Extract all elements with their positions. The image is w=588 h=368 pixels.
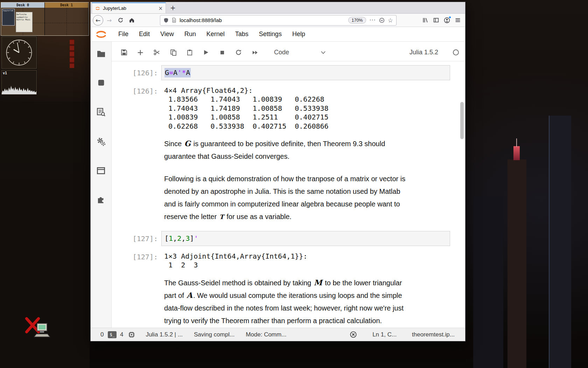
cell-type-select[interactable]: Code: [274, 49, 326, 56]
tab-close-icon[interactable]: ×: [158, 5, 163, 12]
code-token: ': [194, 234, 198, 243]
cell-output: 1×3 Adjoint{Int64,Array{Int64,1}}: 1 2 3: [161, 252, 307, 270]
cursor-position[interactable]: Ln 1, C...: [372, 331, 397, 338]
markdown-paragraph: Following is a quick demonstration of ho…: [164, 172, 445, 223]
mode-indicator[interactable]: Mode: Comm...: [246, 331, 286, 338]
copy-cells-button[interactable]: [170, 49, 177, 56]
page-info-icon[interactable]: [172, 18, 176, 23]
code-editor[interactable]: [1,2,3]': [161, 231, 450, 246]
url-text[interactable]: localhost:8889/lab: [180, 17, 222, 23]
terminal-icon[interactable]: $_: [108, 331, 116, 338]
wallpaper-building: [473, 196, 503, 368]
open-tabs-icon[interactable]: [97, 167, 105, 175]
menu-help[interactable]: Help: [287, 30, 310, 38]
kernels-count[interactable]: 4: [120, 331, 123, 338]
scrollbar-thumb[interactable]: [460, 102, 464, 139]
markdown-cell[interactable]: Since G is guaranteed to be positive def…: [112, 137, 465, 223]
sidebar-toggle-icon[interactable]: [433, 17, 439, 23]
monitor-label: v1: [3, 71, 7, 75]
forward-button[interactable]: →: [104, 15, 114, 26]
terminals-count[interactable]: 0: [100, 331, 104, 338]
code-token: =: [169, 68, 173, 77]
menu-tabs[interactable]: Tabs: [230, 30, 254, 38]
menu-hamburger-icon[interactable]: [455, 17, 461, 23]
math-symbol: G: [184, 139, 191, 148]
url-bar[interactable]: localhost:8889/lab 170% ··· ☆: [160, 15, 397, 26]
code-token: A: [186, 68, 190, 77]
command-palette-icon[interactable]: [97, 108, 105, 116]
run-button[interactable]: [203, 49, 209, 56]
page-actions-icon[interactable]: ···: [369, 17, 376, 23]
code-token: 1: [169, 234, 173, 243]
menu-settings[interactable]: Settings: [254, 30, 287, 38]
code-token: 2: [177, 234, 181, 243]
xkill-desktop-icon[interactable]: [24, 316, 51, 339]
chevron-down-icon: [321, 51, 326, 54]
notebook-filename: theoremtest.ip...: [412, 331, 455, 338]
add-cell-button[interactable]: [137, 49, 144, 56]
kernel-name[interactable]: Julia 1.5.2: [410, 49, 438, 56]
notification-dot: [449, 16, 451, 19]
pocket-icon[interactable]: [379, 18, 385, 23]
bookmark-star-icon[interactable]: ☆: [388, 17, 393, 24]
code-token: A: [173, 68, 177, 77]
pager-grid-line: [66, 8, 67, 35]
pager-grid-line: [45, 23, 88, 23]
markdown-paragraph: The Gauss-Seidel method is obtained by t…: [164, 277, 445, 327]
code-token: 3: [186, 234, 190, 243]
kernel-status-text[interactable]: Julia 1.5.2 | ...: [146, 331, 183, 338]
kernel-status-indicator[interactable]: [453, 49, 459, 55]
menu-file[interactable]: File: [113, 30, 134, 38]
output-prompt: [126]:: [112, 86, 158, 96]
pager-mini-window-notes[interactable]: Definite symmetric matrix Mozi: [16, 12, 33, 32]
new-tab-button[interactable]: +: [170, 5, 176, 11]
jupyter-favicon: [95, 6, 100, 11]
menu-edit[interactable]: Edit: [134, 30, 155, 38]
pager-desk-0-label: Desk 0: [1, 2, 44, 8]
navigation-bar: ← → localhost:8889/lab 170% ···: [91, 14, 465, 27]
pager-desk-1-label: Desk 1: [45, 2, 88, 8]
code-token: ,: [173, 234, 177, 243]
account-avatar-icon[interactable]: [444, 17, 450, 23]
interrupt-kernel-button[interactable]: [219, 49, 225, 56]
markdown-rendered: Since G is guaranteed to be positive def…: [161, 137, 445, 223]
desktop-pager: Desk 0 Jupyterlab Definite symmetric mat…: [1, 2, 89, 36]
pager-desk-0[interactable]: Desk 0 Jupyterlab Definite symmetric mat…: [1, 2, 45, 35]
restart-kernel-button[interactable]: [235, 49, 242, 56]
close-all-icon[interactable]: [350, 331, 357, 338]
tab-title: JupyterLab: [103, 6, 156, 11]
firefox-window: JupyterLab × + ← → l: [90, 2, 465, 341]
tracking-protection-shield-icon[interactable]: [163, 18, 169, 23]
clock-widget: [1, 36, 37, 69]
input-prompt: [126]:: [112, 65, 158, 77]
code-token: G: [165, 68, 169, 77]
cut-cells-button[interactable]: [153, 49, 160, 56]
zoom-level-badge[interactable]: 170%: [348, 17, 366, 23]
property-inspector-gears-icon[interactable]: [97, 137, 106, 146]
running-sessions-icon[interactable]: [97, 79, 105, 87]
back-button[interactable]: ←: [93, 15, 103, 26]
markdown-cell[interactable]: The Gauss-Seidel method is obtained by t…: [112, 277, 465, 327]
browser-tab-jupyterlab[interactable]: JupyterLab ×: [92, 2, 166, 13]
extension-manager-puzzle-icon[interactable]: [97, 195, 105, 204]
reload-button[interactable]: [115, 15, 126, 26]
library-icon[interactable]: [422, 17, 428, 23]
code-source: [1,2,3]': [164, 234, 198, 243]
math-symbol: A: [186, 291, 193, 300]
file-browser-icon[interactable]: [97, 50, 106, 58]
jupyter-logo: [95, 29, 107, 40]
kernel-chip-icon[interactable]: [128, 331, 135, 338]
code-editor[interactable]: G=A'*A: [161, 65, 450, 80]
menu-view[interactable]: View: [155, 30, 179, 38]
run-all-cells-button[interactable]: [252, 49, 259, 56]
pager-mini-window-jupyterlab[interactable]: Jupyterlab: [2, 9, 15, 26]
paste-cells-button[interactable]: [187, 49, 193, 56]
pager-desk-1[interactable]: Desk 1: [45, 2, 89, 35]
save-button[interactable]: [121, 49, 127, 56]
home-button[interactable]: [126, 15, 137, 26]
notebook-scrollbar[interactable]: [460, 63, 464, 326]
menu-run[interactable]: Run: [179, 30, 201, 38]
markdown-rendered: The Gauss-Seidel method is obtained by t…: [161, 277, 445, 327]
menu-kernel[interactable]: Kernel: [201, 30, 230, 38]
wallpaper-building: [549, 116, 571, 368]
